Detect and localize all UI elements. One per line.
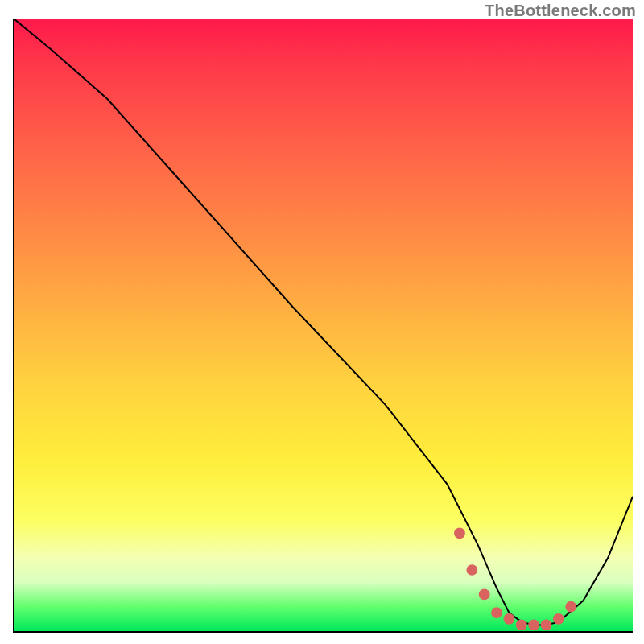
chart-container: TheBottleneck.com bbox=[0, 0, 644, 644]
plot-area bbox=[13, 19, 633, 633]
overlay-svg bbox=[14, 19, 633, 631]
valley-marker bbox=[503, 613, 514, 625]
valley-marker bbox=[466, 564, 477, 576]
valley-markers bbox=[454, 528, 576, 631]
valley-marker bbox=[516, 620, 527, 631]
valley-marker bbox=[454, 528, 465, 539]
valley-marker bbox=[541, 620, 552, 631]
valley-marker bbox=[528, 620, 539, 631]
valley-marker bbox=[565, 601, 576, 613]
bottleneck-curve bbox=[14, 19, 633, 625]
valley-marker bbox=[479, 589, 490, 601]
valley-marker bbox=[553, 613, 564, 625]
attribution-text: TheBottleneck.com bbox=[485, 2, 636, 20]
valley-marker bbox=[491, 607, 502, 618]
